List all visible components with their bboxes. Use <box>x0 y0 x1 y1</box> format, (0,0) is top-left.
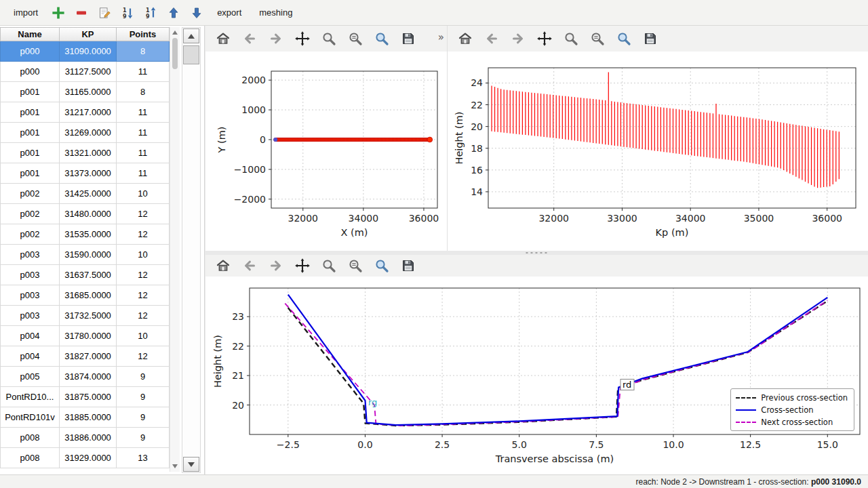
table-row[interactable]: p00131217.000011 <box>0 102 170 123</box>
zoom-button[interactable] <box>319 256 338 275</box>
svg-text:34000: 34000 <box>349 213 379 224</box>
table-row[interactable]: p00231480.000012 <box>0 204 170 224</box>
table-row[interactable]: p00331685.000012 <box>0 285 170 306</box>
cell-points: 11 <box>117 62 170 82</box>
cell-name: p005 <box>0 367 60 387</box>
home-button[interactable] <box>214 29 233 48</box>
cell-name: p008 <box>0 448 60 468</box>
table-row[interactable]: p00431780.000010 <box>0 326 170 346</box>
zoom-icon <box>321 30 337 47</box>
toolbar-overflow-button[interactable]: » <box>438 31 444 43</box>
sort-ascending-button[interactable]: 1 9 <box>118 3 137 22</box>
table-row[interactable]: p00031090.00008 <box>0 41 170 62</box>
cell-points: 8 <box>117 82 170 102</box>
home-button[interactable] <box>456 29 475 48</box>
profile-chart[interactable]: 3200033000340003500036000141618202224Kp … <box>448 52 868 251</box>
cell-name: p002 <box>0 204 60 224</box>
remove-button[interactable] <box>72 3 91 22</box>
subplots-button[interactable] <box>346 256 365 275</box>
table-scrollbar[interactable] <box>170 27 180 472</box>
subplots-button[interactable] <box>346 29 365 48</box>
cell-kp: 31425.0000 <box>60 184 117 204</box>
scrollbar-thumb[interactable] <box>172 38 178 69</box>
back-button[interactable] <box>240 256 259 275</box>
menu-import[interactable]: import <box>7 4 45 21</box>
add-button[interactable] <box>49 3 68 22</box>
table-row[interactable]: p00331732.500012 <box>0 306 170 326</box>
svg-text:20: 20 <box>471 121 483 132</box>
svg-text:7.5: 7.5 <box>589 439 604 450</box>
cell-points: 11 <box>117 163 170 184</box>
forward-button[interactable] <box>267 29 285 48</box>
forward-button[interactable] <box>509 29 528 48</box>
table-row[interactable]: p00131165.00008 <box>0 82 170 102</box>
cross-section-chart[interactable]: −2.50.02.55.07.510.012.515.020212223Tran… <box>205 277 868 474</box>
move-up-button[interactable] <box>164 3 183 22</box>
back-button[interactable] <box>240 29 259 48</box>
scroll-down-icon[interactable] <box>172 464 178 468</box>
back-button[interactable] <box>482 29 501 48</box>
profile-toolbar <box>448 26 868 52</box>
table-row[interactable]: p00531874.00009 <box>0 367 170 387</box>
panel-scrollbar[interactable] <box>182 27 201 473</box>
legend-label: Previous cross-section <box>761 393 848 403</box>
menu-meshing[interactable]: meshing <box>252 4 299 21</box>
pan-button[interactable] <box>535 29 554 48</box>
legend-entry: Previous cross-section <box>736 392 848 403</box>
table-row[interactable]: p00031127.500011 <box>0 62 170 82</box>
svg-text:0.0: 0.0 <box>357 439 372 450</box>
sort-descending-button[interactable]: 1 9 <box>141 3 160 22</box>
table-row[interactable]: PontRD101v31885.00009 <box>0 407 170 428</box>
table-row[interactable]: p00231425.000010 <box>0 184 170 204</box>
plan-view-pane: » 320003400036000−2000−1000010002000X (m… <box>205 26 447 251</box>
customize-button[interactable] <box>614 29 633 48</box>
table-row[interactable]: p00331590.000010 <box>0 245 170 265</box>
pan-button[interactable] <box>293 256 312 275</box>
edit-icon <box>98 6 111 20</box>
column-header-points[interactable]: Points <box>117 27 170 41</box>
svg-text:9: 9 <box>146 14 150 20</box>
column-header-name[interactable]: Name <box>0 27 60 41</box>
edit-button[interactable] <box>95 3 114 22</box>
cell-name: p002 <box>0 184 60 204</box>
column-header-kp[interactable]: KP <box>60 27 117 41</box>
table-row[interactable]: p00131321.000011 <box>0 143 170 163</box>
table-row[interactable]: p00331637.500012 <box>0 265 170 285</box>
save-button[interactable] <box>399 256 418 275</box>
home-button[interactable] <box>214 256 233 275</box>
forward-button[interactable] <box>267 256 285 275</box>
sort-ascending-icon: 1 9 <box>121 6 134 20</box>
svg-text:24: 24 <box>471 77 483 88</box>
menu-export[interactable]: export <box>210 4 248 21</box>
save-button[interactable] <box>399 29 418 48</box>
subplots-button[interactable] <box>588 29 607 48</box>
svg-text:5.0: 5.0 <box>512 439 527 450</box>
move-down-button[interactable] <box>187 3 206 22</box>
svg-text:Transverse abscissa (m): Transverse abscissa (m) <box>495 453 614 464</box>
scroll-up-icon[interactable] <box>172 30 178 35</box>
table-row[interactable]: p00131269.000011 <box>0 123 170 143</box>
scroll-up-button[interactable] <box>183 28 199 43</box>
up-arrow-icon <box>188 34 195 39</box>
cell-kp: 31535.0000 <box>60 224 117 245</box>
plan-view-chart[interactable]: 320003400036000−2000−1000010002000X (m)Y… <box>205 52 447 251</box>
table-row[interactable]: p00131373.000011 <box>0 163 170 184</box>
cell-kp: 31127.5000 <box>60 62 117 82</box>
table-row[interactable]: p00231535.000012 <box>0 224 170 245</box>
table-row[interactable]: p00831929.000013 <box>0 448 170 468</box>
scrollbar-thumb[interactable] <box>183 45 199 64</box>
table-row[interactable]: p00431827.000012 <box>0 346 170 367</box>
customize-icon <box>374 30 390 47</box>
svg-text:−2000: −2000 <box>234 194 266 205</box>
customize-button[interactable] <box>372 256 391 275</box>
zoom-button[interactable] <box>561 29 580 48</box>
pan-button[interactable] <box>293 29 312 48</box>
table-row[interactable]: PontRD10...31875.00009 <box>0 387 170 407</box>
save-button[interactable] <box>641 29 660 48</box>
table-row[interactable]: p00831886.00009 <box>0 428 170 448</box>
svg-text:12.5: 12.5 <box>740 439 761 450</box>
cell-kp: 31321.0000 <box>60 143 117 163</box>
scroll-down-button[interactable] <box>183 457 199 472</box>
customize-button[interactable] <box>372 29 391 48</box>
zoom-button[interactable] <box>319 29 338 48</box>
